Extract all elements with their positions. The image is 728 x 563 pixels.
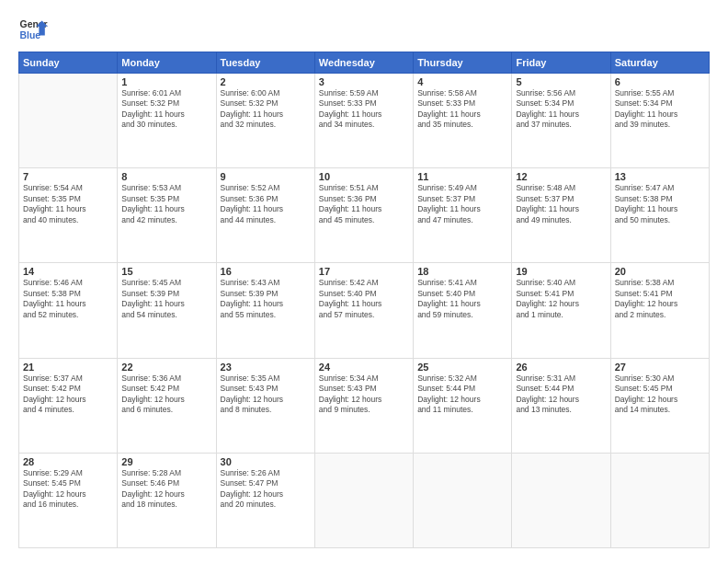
day-info: Sunrise: 5:47 AM Sunset: 5:38 PM Dayligh… <box>615 183 705 225</box>
day-info: Sunrise: 5:26 AM Sunset: 5:47 PM Dayligh… <box>221 468 311 511</box>
day-number: 17 <box>319 266 409 277</box>
calendar-cell: 8Sunrise: 5:53 AM Sunset: 5:35 PM Daylig… <box>118 168 216 263</box>
calendar-cell: 9Sunrise: 5:52 AM Sunset: 5:36 PM Daylig… <box>216 168 314 263</box>
day-number: 16 <box>221 266 311 277</box>
calendar-week-5: 28Sunrise: 5:29 AM Sunset: 5:45 PM Dayli… <box>19 453 710 547</box>
day-number: 18 <box>417 266 507 277</box>
calendar-cell: 20Sunrise: 5:38 AM Sunset: 5:41 PM Dayli… <box>610 263 709 358</box>
day-info: Sunrise: 6:00 AM Sunset: 5:32 PM Dayligh… <box>221 88 311 131</box>
calendar-cell: 5Sunrise: 5:56 AM Sunset: 5:34 PM Daylig… <box>512 74 610 168</box>
calendar-cell: 13Sunrise: 5:47 AM Sunset: 5:38 PM Dayli… <box>610 168 709 263</box>
day-info: Sunrise: 5:30 AM Sunset: 5:45 PM Dayligh… <box>615 373 705 416</box>
day-number: 6 <box>615 76 705 87</box>
day-number: 24 <box>319 362 409 373</box>
calendar-cell: 23Sunrise: 5:35 AM Sunset: 5:43 PM Dayli… <box>216 358 314 453</box>
day-info: Sunrise: 5:32 AM Sunset: 5:44 PM Dayligh… <box>417 373 507 416</box>
calendar-cell: 17Sunrise: 5:42 AM Sunset: 5:40 PM Dayli… <box>314 263 413 358</box>
calendar-cell: 16Sunrise: 5:43 AM Sunset: 5:39 PM Dayli… <box>216 263 314 358</box>
day-header-wednesday: Wednesday <box>314 52 413 74</box>
calendar-cell: 2Sunrise: 6:00 AM Sunset: 5:32 PM Daylig… <box>216 74 314 168</box>
calendar-cell: 7Sunrise: 5:54 AM Sunset: 5:35 PM Daylig… <box>19 168 118 263</box>
calendar-cell: 21Sunrise: 5:37 AM Sunset: 5:42 PM Dayli… <box>19 358 118 453</box>
day-info: Sunrise: 5:34 AM Sunset: 5:43 PM Dayligh… <box>319 373 409 416</box>
day-info: Sunrise: 5:40 AM Sunset: 5:41 PM Dayligh… <box>516 278 606 320</box>
calendar-cell <box>314 453 413 547</box>
day-number: 3 <box>319 76 409 87</box>
day-info: Sunrise: 5:59 AM Sunset: 5:33 PM Dayligh… <box>319 88 409 131</box>
day-header-saturday: Saturday <box>610 52 709 74</box>
day-header-sunday: Sunday <box>19 52 118 74</box>
calendar-week-3: 14Sunrise: 5:46 AM Sunset: 5:38 PM Dayli… <box>19 263 710 358</box>
day-number: 29 <box>121 456 211 467</box>
day-info: Sunrise: 5:29 AM Sunset: 5:45 PM Dayligh… <box>23 468 113 511</box>
day-number: 8 <box>121 171 211 182</box>
day-info: Sunrise: 5:49 AM Sunset: 5:37 PM Dayligh… <box>417 183 507 225</box>
calendar-cell: 29Sunrise: 5:28 AM Sunset: 5:46 PM Dayli… <box>118 453 216 547</box>
day-header-friday: Friday <box>512 52 610 74</box>
calendar-cell: 22Sunrise: 5:36 AM Sunset: 5:42 PM Dayli… <box>118 358 216 453</box>
day-info: Sunrise: 5:28 AM Sunset: 5:46 PM Dayligh… <box>121 468 211 511</box>
day-info: Sunrise: 6:01 AM Sunset: 5:32 PM Dayligh… <box>121 88 211 131</box>
day-info: Sunrise: 5:55 AM Sunset: 5:34 PM Dayligh… <box>615 88 705 131</box>
calendar-cell: 10Sunrise: 5:51 AM Sunset: 5:36 PM Dayli… <box>314 168 413 263</box>
day-info: Sunrise: 5:42 AM Sunset: 5:40 PM Dayligh… <box>319 278 409 320</box>
day-info: Sunrise: 5:41 AM Sunset: 5:40 PM Dayligh… <box>417 278 507 320</box>
day-info: Sunrise: 5:43 AM Sunset: 5:39 PM Dayligh… <box>221 278 311 320</box>
calendar-cell: 25Sunrise: 5:32 AM Sunset: 5:44 PM Dayli… <box>414 358 512 453</box>
calendar-cell <box>610 453 709 547</box>
calendar-cell <box>512 453 610 547</box>
calendar-cell: 30Sunrise: 5:26 AM Sunset: 5:47 PM Dayli… <box>216 453 314 547</box>
day-info: Sunrise: 5:35 AM Sunset: 5:43 PM Dayligh… <box>221 373 311 416</box>
day-info: Sunrise: 5:48 AM Sunset: 5:37 PM Dayligh… <box>516 183 606 225</box>
day-number: 30 <box>221 456 311 467</box>
day-number: 11 <box>417 171 507 182</box>
day-number: 10 <box>319 171 409 182</box>
day-number: 26 <box>516 362 606 373</box>
day-info: Sunrise: 5:53 AM Sunset: 5:35 PM Dayligh… <box>121 183 211 225</box>
day-number: 7 <box>23 171 113 182</box>
day-info: Sunrise: 5:38 AM Sunset: 5:41 PM Dayligh… <box>615 278 705 320</box>
day-number: 4 <box>417 76 507 87</box>
day-info: Sunrise: 5:46 AM Sunset: 5:38 PM Dayligh… <box>23 278 113 320</box>
calendar-cell: 3Sunrise: 5:59 AM Sunset: 5:33 PM Daylig… <box>314 74 413 168</box>
calendar-week-2: 7Sunrise: 5:54 AM Sunset: 5:35 PM Daylig… <box>19 168 710 263</box>
calendar: SundayMondayTuesdayWednesdayThursdayFrid… <box>18 52 710 548</box>
day-number: 15 <box>121 266 211 277</box>
day-number: 2 <box>221 76 311 87</box>
calendar-cell: 6Sunrise: 5:55 AM Sunset: 5:34 PM Daylig… <box>610 74 709 168</box>
day-info: Sunrise: 5:45 AM Sunset: 5:39 PM Dayligh… <box>121 278 211 320</box>
calendar-cell: 24Sunrise: 5:34 AM Sunset: 5:43 PM Dayli… <box>314 358 413 453</box>
day-number: 23 <box>221 362 311 373</box>
header: General Blue <box>18 15 710 44</box>
day-number: 14 <box>23 266 113 277</box>
day-number: 20 <box>615 266 705 277</box>
day-number: 13 <box>615 171 705 182</box>
day-number: 28 <box>23 456 113 467</box>
day-info: Sunrise: 5:36 AM Sunset: 5:42 PM Dayligh… <box>121 373 211 416</box>
calendar-cell: 27Sunrise: 5:30 AM Sunset: 5:45 PM Dayli… <box>610 358 709 453</box>
calendar-cell: 28Sunrise: 5:29 AM Sunset: 5:45 PM Dayli… <box>19 453 118 547</box>
calendar-cell: 26Sunrise: 5:31 AM Sunset: 5:44 PM Dayli… <box>512 358 610 453</box>
day-number: 22 <box>121 362 211 373</box>
calendar-cell: 19Sunrise: 5:40 AM Sunset: 5:41 PM Dayli… <box>512 263 610 358</box>
day-header-monday: Monday <box>118 52 216 74</box>
day-info: Sunrise: 5:37 AM Sunset: 5:42 PM Dayligh… <box>23 373 113 416</box>
day-info: Sunrise: 5:52 AM Sunset: 5:36 PM Dayligh… <box>221 183 311 225</box>
calendar-cell: 1Sunrise: 6:01 AM Sunset: 5:32 PM Daylig… <box>118 74 216 168</box>
day-info: Sunrise: 5:51 AM Sunset: 5:36 PM Dayligh… <box>319 183 409 225</box>
day-header-tuesday: Tuesday <box>216 52 314 74</box>
logo: General Blue <box>18 15 48 44</box>
day-number: 5 <box>516 76 606 87</box>
day-number: 19 <box>516 266 606 277</box>
calendar-cell: 12Sunrise: 5:48 AM Sunset: 5:37 PM Dayli… <box>512 168 610 263</box>
day-info: Sunrise: 5:31 AM Sunset: 5:44 PM Dayligh… <box>516 373 606 416</box>
day-number: 25 <box>417 362 507 373</box>
calendar-week-1: 1Sunrise: 6:01 AM Sunset: 5:32 PM Daylig… <box>19 74 710 168</box>
calendar-cell <box>19 74 118 168</box>
day-number: 27 <box>615 362 705 373</box>
calendar-week-4: 21Sunrise: 5:37 AM Sunset: 5:42 PM Dayli… <box>19 358 710 453</box>
day-number: 12 <box>516 171 606 182</box>
calendar-cell: 14Sunrise: 5:46 AM Sunset: 5:38 PM Dayli… <box>19 263 118 358</box>
calendar-cell: 18Sunrise: 5:41 AM Sunset: 5:40 PM Dayli… <box>414 263 512 358</box>
day-header-thursday: Thursday <box>414 52 512 74</box>
